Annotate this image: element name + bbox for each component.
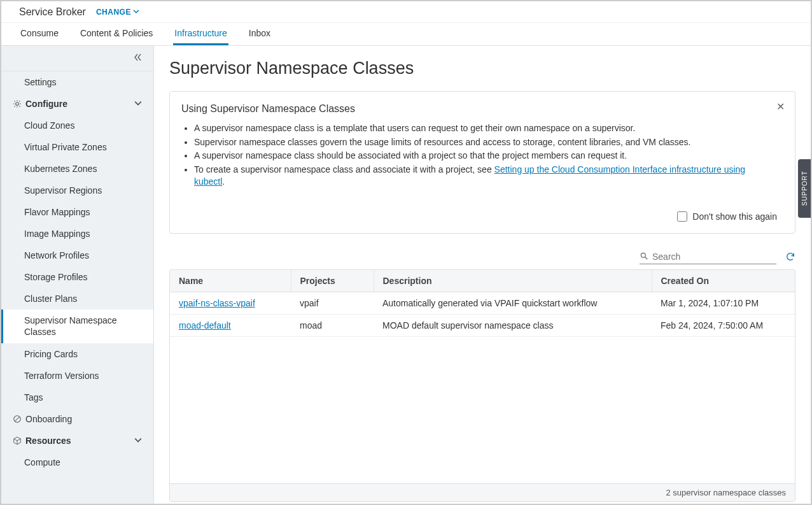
- sidebar-item-terraform-versions[interactable]: Terraform Versions: [1, 365, 153, 387]
- sidebar-item-label: Configure: [25, 99, 67, 109]
- cell-projects: vpaif: [291, 292, 374, 314]
- namespace-class-link[interactable]: vpaif-ns-class-vpaif: [179, 298, 255, 308]
- change-label: CHANGE: [96, 8, 131, 17]
- sidebar-item-cluster-plans[interactable]: Cluster Plans: [1, 288, 153, 309]
- sidebar-item-label: Resources: [25, 436, 71, 446]
- sidebar-group-resources[interactable]: Resources: [1, 430, 153, 452]
- sidebar-item-storage-profiles[interactable]: Storage Profiles: [1, 266, 153, 288]
- cell-created: Feb 24, 2024, 7:50:00 AM: [652, 314, 795, 336]
- search-row: [169, 252, 795, 264]
- tab-content-policies[interactable]: Content & Policies: [79, 23, 154, 45]
- support-label: SUPPORT: [801, 171, 808, 206]
- sidebar-item-label: Image Mappings: [24, 229, 90, 239]
- change-service-link[interactable]: CHANGE: [96, 8, 139, 17]
- sidebar-item-label: Storage Profiles: [24, 272, 88, 282]
- col-name[interactable]: Name: [170, 270, 291, 292]
- sidebar-item-network-profiles[interactable]: Network Profiles: [1, 245, 153, 266]
- sidebar-item-label: Pricing Cards: [24, 349, 78, 359]
- double-chevron-left-icon: [133, 53, 142, 64]
- sidebar-item-label: Kubernetes Zones: [24, 164, 97, 174]
- chevron-down-icon: [134, 436, 142, 446]
- primary-tabs: Consume Content & Policies Infrastructur…: [1, 23, 811, 46]
- sidebar-item-supervisor-regions[interactable]: Supervisor Regions: [1, 180, 153, 201]
- info-heading: Using Supervisor Namespace Classes: [181, 103, 777, 115]
- chevron-down-icon: [133, 8, 139, 17]
- sidebar-item-settings[interactable]: Settings: [1, 71, 153, 93]
- sidebar-item-label: Flavor Mappings: [24, 207, 90, 217]
- cell-created: Mar 1, 2024, 1:07:10 PM: [652, 292, 795, 314]
- sidebar-item-kubernetes-zones[interactable]: Kubernetes Zones: [1, 158, 153, 180]
- gear-icon: [11, 99, 23, 108]
- search-icon: [640, 252, 648, 262]
- chevron-down-icon: [134, 99, 142, 109]
- svg-point-1: [641, 253, 645, 257]
- sidebar-item-flavor-mappings[interactable]: Flavor Mappings: [1, 201, 153, 223]
- sidebar-group-configure[interactable]: Configure: [1, 93, 153, 115]
- table-row[interactable]: moad-default moad MOAD default superviso…: [170, 314, 795, 336]
- table-empty-space: [170, 337, 795, 483]
- sidebar-item-tags[interactable]: Tags: [1, 387, 153, 408]
- sidebar-item-label: Cloud Zones: [24, 120, 74, 131]
- info-bullet: Supervisor namespace classes govern the …: [194, 136, 777, 149]
- sidebar-item-label: Terraform Versions: [24, 371, 99, 381]
- sidebar-item-label: Settings: [24, 77, 57, 87]
- app-title: Service Broker: [19, 6, 86, 18]
- table-footer: 2 supervisor namespace classes: [170, 483, 795, 501]
- search-wrap: [640, 252, 776, 264]
- sidebar-item-label: Supervisor Namespace Classes: [24, 315, 122, 338]
- tab-infrastructure[interactable]: Infrastructure: [173, 23, 228, 45]
- table-row[interactable]: vpaif-ns-class-vpaif vpaif Automatically…: [170, 292, 795, 314]
- sidebar-item-image-mappings[interactable]: Image Mappings: [1, 223, 153, 245]
- col-projects[interactable]: Projects: [291, 270, 374, 292]
- cell-projects: moad: [291, 314, 374, 336]
- close-icon[interactable]: ✕: [776, 101, 785, 113]
- col-description[interactable]: Description: [374, 270, 652, 292]
- table-header-row: Name Projects Description Created On: [170, 270, 795, 292]
- refresh-icon[interactable]: [785, 252, 795, 264]
- dont-show-row: Don't show this again: [181, 211, 777, 222]
- search-input[interactable]: [648, 252, 776, 262]
- namespace-classes-table: Name Projects Description Created On vpa…: [169, 269, 795, 502]
- info-panel: ✕ Using Supervisor Namespace Classes A s…: [169, 91, 795, 234]
- sidebar-item-label: Onboarding: [25, 414, 72, 424]
- cell-description: Automatically generated via VPAIF quicks…: [374, 292, 652, 314]
- sidebar-item-compute[interactable]: Compute: [1, 452, 153, 473]
- info-bullet: A supervisor namespace class should be a…: [194, 150, 777, 162]
- sidebar-item-virtual-private-zones[interactable]: Virtual Private Zones: [1, 136, 153, 158]
- info-bullet: A supervisor namespace class is a templa…: [194, 122, 777, 135]
- sidebar-item-supervisor-namespace-classes[interactable]: Supervisor Namespace Classes: [1, 309, 153, 343]
- support-tab[interactable]: SUPPORT: [798, 159, 811, 218]
- sidebar-item-label: Virtual Private Zones: [24, 142, 107, 152]
- info-bullet: To create a supervisor namespace class a…: [194, 164, 777, 188]
- sidebar-item-pricing-cards[interactable]: Pricing Cards: [1, 343, 153, 365]
- namespace-class-link[interactable]: moad-default: [179, 320, 231, 331]
- cube-icon: [11, 436, 23, 445]
- cancel-circle-icon: [11, 415, 23, 423]
- sidebar-item-label: Cluster Plans: [24, 294, 77, 304]
- sidebar-collapse-button[interactable]: [1, 46, 153, 71]
- col-created[interactable]: Created On: [652, 270, 795, 292]
- sidebar-item-label: Tags: [24, 392, 43, 402]
- cell-description: MOAD default supervisor namespace class: [374, 314, 652, 336]
- main-content: Supervisor Namespace Classes ✕ Using Sup…: [154, 46, 811, 504]
- dont-show-label: Don't show this again: [692, 211, 777, 222]
- cell-name: moad-default: [170, 314, 291, 336]
- sidebar-item-label: Supervisor Regions: [24, 185, 102, 196]
- cell-name: vpaif-ns-class-vpaif: [170, 292, 291, 314]
- app-header: Service Broker CHANGE: [1, 1, 811, 23]
- tab-inbox[interactable]: Inbox: [248, 23, 272, 45]
- sidebar-item-label: Compute: [24, 457, 60, 467]
- info-bullets: A supervisor namespace class is a templa…: [181, 122, 777, 188]
- sidebar-item-cloud-zones[interactable]: Cloud Zones: [1, 115, 153, 136]
- sidebar-group-onboarding[interactable]: Onboarding: [1, 408, 153, 430]
- tab-consume[interactable]: Consume: [19, 23, 60, 45]
- dont-show-checkbox[interactable]: [677, 211, 687, 222]
- page-title: Supervisor Namespace Classes: [169, 59, 795, 78]
- sidebar-item-label: Network Profiles: [24, 250, 89, 260]
- sidebar: Settings Configure Cloud Zones Virtual P…: [1, 46, 154, 504]
